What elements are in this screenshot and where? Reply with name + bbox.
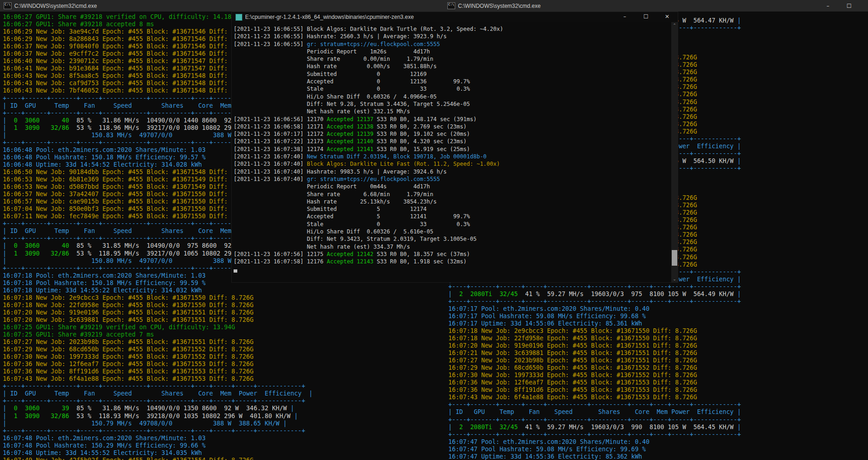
console-line: +----+-------+------+-----+-----------+-… (448, 431, 868, 438)
console-line: Share rate 0.00/min 1.79/min (234, 55, 678, 63)
console-line: | ID GPU Temp Fan Speed Shares Core Mem … (3, 390, 507, 397)
cpuminer-icon (235, 14, 242, 21)
console-line: 16:07:20 New Job: 919e0196 Epoch: #455 B… (448, 342, 868, 349)
console-line: Periodic Report 0m44s 4d17h (234, 183, 678, 190)
console-line: Net hash rate (est) 334.37 Mh/s (234, 243, 678, 250)
console-line: +----+-------+------+-----+-----------+-… (448, 416, 868, 424)
maximize-button[interactable]: ☐ (635, 12, 657, 22)
console-line: +----+------+-------+-----+------------+… (3, 427, 507, 435)
console-line: +----+------+-------+-----+------------+… (3, 397, 507, 405)
console-line: 16:07:43 New Job: 6f4a1e88 Epoch: #455 B… (448, 394, 868, 401)
console-line: Hi/Lo Share Diff 0.60326 / 4.0966e-05 (234, 93, 678, 100)
console-line: [2021-11-23 16:06:55] Hashrate: 2560.3 h… (234, 33, 678, 40)
console-line: [2021-11-23 16:07:58] 12176 Accepted 121… (234, 258, 678, 265)
console-line: [2021-11-23 16:07:40] New Stratum Diff 2… (234, 153, 678, 160)
scrollbar[interactable]: ⌃ ⌄ (671, 22, 678, 282)
console-line: 16:07:29 New Job: 68cd650b Epoch: #455 B… (3, 346, 507, 353)
cmd-icon (447, 2, 455, 9)
console-line: | 150.79 MH/s 49708/0/0 388 W 388.65 KH/… (3, 420, 507, 427)
console-line: 16:07:17 Uptime: 33d 14:55:06 Electricit… (448, 320, 868, 327)
console-line: 16:07:47 Uptime: 33d 14:55:36 Electricit… (448, 453, 868, 460)
console-line: 16:07:20 New Job: 919e0196 Epoch: #455 B… (3, 309, 507, 316)
console-line: [2021-11-23 16:06:56] 12170 Accepted 121… (234, 116, 678, 123)
console-line: 16:07:27 New Job: 2023b98b Epoch: #455 B… (448, 357, 868, 364)
minimize-button[interactable]: – (614, 12, 635, 22)
desktop: C:\WINDOWS\system32\cmd.exe 16:06:27 GPU… (0, 0, 868, 460)
console-line: +----+-------+------+-----+-----------+-… (448, 401, 868, 408)
console-line: Submitted 5 12174 (234, 205, 678, 213)
console-line: 16:07:48 Pool Hashrate: 150.29 MH/s Effi… (3, 442, 507, 449)
console-line: 16:07:47 Pool: eth.2miners.com:2020 Shar… (448, 438, 868, 446)
console-line: Hash rate 25.13kh/s 3854.23h/s (234, 198, 678, 205)
console-line: | 1 3090 32/86 53 % 118.93 MH/s 39218/0/… (3, 413, 507, 420)
console-line: [2021-11-23 16:07:56] 12175 Accepted 121… (234, 250, 678, 258)
console-line: +----+-------+------+-----+-----------+-… (448, 283, 868, 291)
console-line: 16:07:48 Uptime: 33d 14:55:52 Electricit… (3, 449, 507, 457)
window-title: C:\WINDOWS\system32\cmd.exe (14, 3, 507, 9)
console-line: 16:07:18 New Job: 22fd958e Epoch: #455 B… (3, 302, 507, 309)
console-line: 16:07:20 New Job: 3c639881 Epoch: #455 B… (3, 316, 507, 324)
console-line: Submitted 0 12169 (234, 70, 678, 78)
console-line: | ID GPU Temp Fan Speed Shares Core Mem … (448, 408, 868, 416)
console-line: 16:07:18 Uptime: 33d 14:55:22 Electricit… (3, 287, 507, 294)
console-line: Hash rate 0.00h/s 3851.88h/s (234, 63, 678, 70)
console-line: 16:07:18 New Job: 2e9cbcc3 Epoch: #455 B… (448, 327, 868, 335)
console-line: [2021-11-23 16:07:17] 12172 Accepted 121… (234, 130, 678, 138)
scroll-up-icon[interactable]: ⌃ (671, 22, 678, 29)
console-line: [2021-11-23 16:06:55] Block Algos: Darkl… (234, 25, 678, 33)
scroll-down-icon[interactable]: ⌄ (671, 276, 678, 282)
console-line: Stale 0 33 0.3% (234, 85, 678, 93)
console-line: 16:07:36 New Job: 8ff191d6 Epoch: #455 B… (3, 368, 507, 375)
console-line: 16:07:48 Pool: eth.2miners.com:2020 Shar… (3, 435, 507, 442)
cmd-icon (4, 2, 12, 9)
title-bar[interactable]: C:\WINDOWS\system32\cmd.exe –☐✕ (444, 0, 868, 12)
window-title: C:\WINDOWS\system32\cmd.exe (458, 3, 817, 9)
console-line: Diff: Net 9.3423, Stratum 2.0319, Target… (234, 235, 678, 243)
maximize-button[interactable]: ☐ (839, 0, 860, 12)
console-line: 16:07:25 GPU1: Share #39219 verified on … (3, 324, 507, 331)
text-cursor (234, 269, 237, 273)
close-button[interactable]: ✕ (657, 12, 678, 22)
console-line: [2021-11-23 16:07:40] Hashrate: 9983.5 h… (234, 168, 678, 175)
console-line: [2021-11-23 16:07:22] 12173 Accepted 121… (234, 138, 678, 145)
console-line: +----+-------+------+-----+-----------+-… (448, 298, 868, 305)
console-line: Periodic Report 1m26s 4d17h (234, 48, 678, 55)
scrollbar-thumb[interactable] (672, 250, 677, 266)
console-line: 16:07:18 New Job: 2e9cbcc3 Epoch: #455 B… (3, 294, 507, 302)
console-line: Net hash rate (est) 332.15 Mh/s (234, 108, 678, 115)
console-line: | 2 2080Ti 32/45 41 % 59.27 MH/s 19603/0… (448, 424, 868, 431)
console-line: Stale 0 33 0.3% (234, 221, 678, 228)
console-line: 16:07:47 Pool Hashrate: 59.08 MH/s Effic… (448, 446, 868, 453)
console-line: 16:07:30 New Job: 1997333d Epoch: #455 B… (3, 353, 507, 361)
console-line: [2021-11-23 16:06:58] 12171 Accepted 121… (234, 123, 678, 130)
console-line: 16:07:21 New Job: 3c639881 Epoch: #455 B… (448, 349, 868, 357)
window-controls: –☐✕ (614, 12, 678, 23)
console-line: Diff: Net 9.28, Stratum 3.4436, Target 5… (234, 100, 678, 108)
cpuminer-window: E:\cpuminer-gr-1.2.4.1-x86_64_windows\bi… (231, 12, 678, 283)
close-button[interactable]: ✕ (860, 0, 868, 12)
console-line: 16:07:17 Pool: eth.2miners.com:2020 Shar… (448, 305, 868, 313)
title-bar[interactable]: C:\WINDOWS\system32\cmd.exe (0, 0, 507, 12)
window-title: E:\cpuminer-gr-1.2.4.1-x86_64_windows\bi… (245, 14, 614, 20)
console-line: 16:07:30 New Job: 1997333d Epoch: #455 B… (448, 372, 868, 379)
console-line: [2021-11-23 16:07:38] 12174 Accepted 121… (234, 146, 678, 153)
console-line: Hi/Lo Share Diff 0.60326 / 5.616e-05 (234, 228, 678, 235)
console-line: 16:07:36 New Job: 8ff191d6 Epoch: #455 B… (448, 386, 868, 394)
minimize-button[interactable]: – (817, 0, 839, 12)
console-line: Accepted 5 12141 99.7% (234, 213, 678, 220)
console-line: 16:07:27 New Job: 2023b98b Epoch: #455 B… (3, 338, 507, 346)
console-line: Share rate 6.68/min 1.79/min (234, 191, 678, 198)
console-line: 16:07:29 New Job: 68cd650b Epoch: #455 B… (448, 364, 868, 372)
console-line: [2021-11-23 16:07:40] gr: stratum+tcps:/… (234, 175, 678, 183)
console-line: 16:07:49 New Job: 42f5b02f Epoch: #455 B… (3, 457, 507, 460)
console-line: 16:07:36 New Job: 12f6eaf7 Epoch: #455 B… (3, 361, 507, 368)
console-line: [2021-11-23 16:07:40] Block Algos: Darkl… (234, 160, 678, 168)
console-line: | 0 3060 39 85 % 31.86 MH/s 10490/0/0 13… (3, 405, 507, 412)
console-line: 16:07:36 New Job: 12f6eaf7 Epoch: #455 B… (448, 379, 868, 386)
console-line: 16:07:43 New Job: 6f4a1e88 Epoch: #455 B… (3, 375, 507, 383)
console-output[interactable]: [2021-11-23 16:06:55] Block Algos: Darkl… (232, 22, 678, 282)
console-line: Accepted 0 12136 99.7% (234, 78, 678, 85)
title-bar[interactable]: E:\cpuminer-gr-1.2.4.1-x86_64_windows\bi… (232, 12, 678, 22)
window-controls: –☐✕ (817, 0, 868, 12)
console-line: 16:07:18 New Job: 22fd958e Epoch: #455 B… (448, 335, 868, 342)
